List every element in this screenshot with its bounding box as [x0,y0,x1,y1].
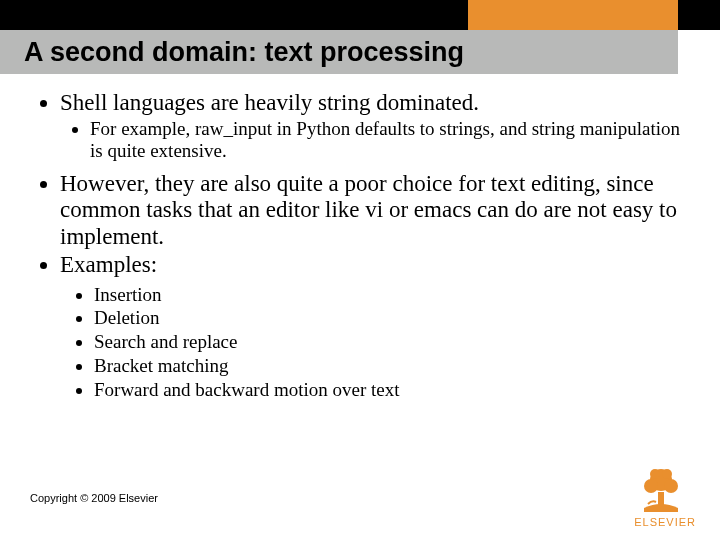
orange-accent-tab [468,0,678,30]
bullet-item: Examples: Insertion Deletion Search and … [60,252,680,401]
bullet-item: However, they are also quite a poor choi… [60,171,680,250]
example-text: Search and replace [94,331,237,352]
svg-point-6 [662,469,672,479]
example-item: Insertion [94,283,680,307]
title-bar: A second domain: text processing [0,30,678,74]
example-item: Forward and backward motion over text [94,378,680,402]
example-text: Bracket matching [94,355,229,376]
bullet-text: However, they are also quite a poor choi… [60,171,677,249]
logo-label: ELSEVIER [634,516,696,528]
example-item: Bracket matching [94,354,680,378]
example-item: Deletion [94,306,680,330]
example-text: Deletion [94,307,159,328]
sub-bullet-item: For example, raw_input in Python default… [90,118,680,161]
bullet-item: Shell languages are heavily string domin… [60,90,680,161]
svg-point-5 [650,469,660,479]
svg-point-4 [664,479,678,493]
slide-title: A second domain: text processing [24,37,464,68]
bullet-list: Shell languages are heavily string domin… [38,90,680,401]
example-text: Insertion [94,284,162,305]
content-area: Shell languages are heavily string domin… [38,90,680,403]
slide: A second domain: text processing Shell l… [0,0,720,540]
svg-point-3 [644,479,658,493]
elsevier-tree-icon [634,464,688,514]
copyright-text: Copyright © 2009 Elsevier [30,492,158,504]
example-text: Forward and backward motion over text [94,379,400,400]
example-item: Search and replace [94,330,680,354]
bullet-text: Examples: [60,252,157,277]
sub-bullet-text: For example, raw_input in Python default… [90,118,680,160]
elsevier-logo: ELSEVIER [634,464,696,528]
bullet-text: Shell languages are heavily string domin… [60,90,479,115]
example-list: Insertion Deletion Search and replace Br… [60,283,680,402]
sub-bullet-list: For example, raw_input in Python default… [60,118,680,161]
